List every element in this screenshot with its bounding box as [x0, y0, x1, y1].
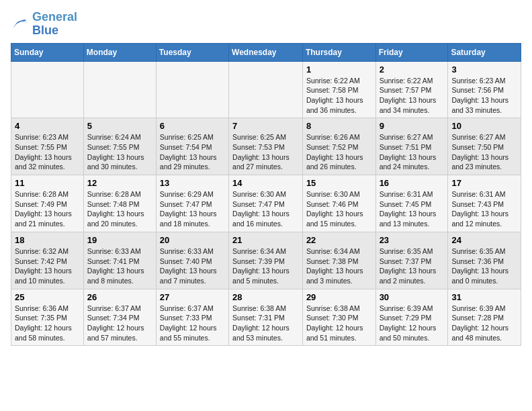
weekday-header: Tuesday: [156, 43, 228, 61]
calendar-cell: 10Sunrise: 6:27 AMSunset: 7:50 PMDayligh…: [448, 118, 521, 175]
day-number: 20: [160, 235, 225, 245]
day-number: 23: [380, 235, 445, 245]
day-info: Sunrise: 6:26 AMSunset: 7:52 PMDaylight:…: [306, 132, 372, 172]
day-info: Sunrise: 6:28 AMSunset: 7:49 PMDaylight:…: [15, 189, 80, 229]
calendar-cell: 12Sunrise: 6:28 AMSunset: 7:48 PMDayligh…: [83, 175, 156, 232]
day-number: 30: [380, 292, 445, 302]
day-number: 29: [306, 292, 372, 302]
day-number: 12: [87, 178, 152, 188]
calendar-week-row: 1Sunrise: 6:22 AMSunset: 7:58 PMDaylight…: [11, 61, 521, 118]
day-number: 18: [15, 235, 80, 245]
calendar-cell: 9Sunrise: 6:27 AMSunset: 7:51 PMDaylight…: [375, 118, 448, 175]
calendar-cell: 16Sunrise: 6:31 AMSunset: 7:45 PMDayligh…: [375, 175, 448, 232]
weekday-header: Friday: [375, 43, 448, 61]
calendar-cell: 15Sunrise: 6:30 AMSunset: 7:46 PMDayligh…: [302, 175, 375, 232]
calendar-cell: 20Sunrise: 6:33 AMSunset: 7:40 PMDayligh…: [156, 232, 228, 289]
day-info: Sunrise: 6:35 AMSunset: 7:36 PMDaylight:…: [451, 246, 517, 286]
day-info: Sunrise: 6:30 AMSunset: 7:46 PMDaylight:…: [306, 189, 372, 229]
day-info: Sunrise: 6:37 AMSunset: 7:33 PMDaylight:…: [160, 304, 225, 343]
calendar-header-row: SundayMondayTuesdayWednesdayThursdayFrid…: [11, 43, 521, 61]
day-info: Sunrise: 6:27 AMSunset: 7:51 PMDaylight:…: [380, 132, 445, 172]
day-info: Sunrise: 6:39 AMSunset: 7:29 PMDaylight:…: [380, 304, 445, 343]
day-number: 31: [451, 292, 517, 302]
calendar-cell: 26Sunrise: 6:37 AMSunset: 7:34 PMDayligh…: [83, 289, 156, 346]
calendar-cell: 29Sunrise: 6:38 AMSunset: 7:30 PMDayligh…: [302, 289, 375, 346]
calendar-cell: 13Sunrise: 6:29 AMSunset: 7:47 PMDayligh…: [156, 175, 228, 232]
calendar-cell: 31Sunrise: 6:39 AMSunset: 7:28 PMDayligh…: [448, 289, 521, 346]
day-number: 25: [15, 292, 80, 302]
day-number: 11: [15, 178, 80, 188]
calendar-cell: 6Sunrise: 6:25 AMSunset: 7:54 PMDaylight…: [156, 118, 228, 175]
logo: General Blue: [11, 11, 77, 38]
day-info: Sunrise: 6:31 AMSunset: 7:45 PMDaylight:…: [380, 189, 445, 229]
day-info: Sunrise: 6:23 AMSunset: 7:55 PMDaylight:…: [15, 132, 80, 172]
day-info: Sunrise: 6:35 AMSunset: 7:37 PMDaylight:…: [380, 246, 445, 286]
day-number: 2: [380, 64, 445, 75]
weekday-header: Sunday: [11, 43, 84, 61]
day-info: Sunrise: 6:36 AMSunset: 7:35 PMDaylight:…: [15, 304, 80, 343]
day-info: Sunrise: 6:38 AMSunset: 7:30 PMDaylight:…: [306, 304, 372, 343]
calendar-cell: [11, 61, 84, 118]
calendar-table: SundayMondayTuesdayWednesdayThursdayFrid…: [11, 43, 521, 347]
calendar-cell: 23Sunrise: 6:35 AMSunset: 7:37 PMDayligh…: [375, 232, 448, 289]
day-info: Sunrise: 6:33 AMSunset: 7:41 PMDaylight:…: [87, 246, 152, 286]
weekday-header: Saturday: [448, 43, 521, 61]
calendar-cell: 4Sunrise: 6:23 AMSunset: 7:55 PMDaylight…: [11, 118, 84, 175]
day-info: Sunrise: 6:24 AMSunset: 7:55 PMDaylight:…: [87, 132, 152, 172]
day-info: Sunrise: 6:34 AMSunset: 7:39 PMDaylight:…: [232, 246, 299, 286]
calendar-cell: 24Sunrise: 6:35 AMSunset: 7:36 PMDayligh…: [448, 232, 521, 289]
day-number: 22: [306, 235, 372, 245]
calendar-week-row: 4Sunrise: 6:23 AMSunset: 7:55 PMDaylight…: [11, 118, 521, 175]
calendar-week-row: 25Sunrise: 6:36 AMSunset: 7:35 PMDayligh…: [11, 289, 521, 346]
calendar-week-row: 11Sunrise: 6:28 AMSunset: 7:49 PMDayligh…: [11, 175, 521, 232]
calendar-cell: [83, 61, 156, 118]
day-info: Sunrise: 6:34 AMSunset: 7:38 PMDaylight:…: [306, 246, 372, 286]
day-number: 1: [306, 64, 372, 75]
day-info: Sunrise: 6:30 AMSunset: 7:47 PMDaylight:…: [232, 189, 299, 229]
weekday-header: Wednesday: [229, 43, 303, 61]
day-number: 15: [306, 178, 372, 188]
day-number: 6: [160, 121, 225, 131]
day-info: Sunrise: 6:32 AMSunset: 7:42 PMDaylight:…: [15, 246, 80, 286]
day-number: 13: [160, 178, 225, 188]
calendar-cell: 22Sunrise: 6:34 AMSunset: 7:38 PMDayligh…: [302, 232, 375, 289]
day-number: 27: [160, 292, 225, 302]
calendar-cell: 18Sunrise: 6:32 AMSunset: 7:42 PMDayligh…: [11, 232, 84, 289]
calendar-cell: 19Sunrise: 6:33 AMSunset: 7:41 PMDayligh…: [83, 232, 156, 289]
day-number: 16: [380, 178, 445, 188]
calendar-cell: 14Sunrise: 6:30 AMSunset: 7:47 PMDayligh…: [229, 175, 303, 232]
day-number: 19: [87, 235, 152, 245]
page-header: General Blue: [11, 11, 521, 38]
day-number: 4: [15, 121, 80, 131]
calendar-cell: 3Sunrise: 6:23 AMSunset: 7:56 PMDaylight…: [448, 61, 521, 118]
day-info: Sunrise: 6:29 AMSunset: 7:47 PMDaylight:…: [160, 189, 225, 229]
day-info: Sunrise: 6:28 AMSunset: 7:48 PMDaylight:…: [87, 189, 152, 229]
calendar-cell: 21Sunrise: 6:34 AMSunset: 7:39 PMDayligh…: [229, 232, 303, 289]
day-number: 24: [451, 235, 517, 245]
day-info: Sunrise: 6:38 AMSunset: 7:31 PMDaylight:…: [232, 304, 299, 343]
calendar-cell: 5Sunrise: 6:24 AMSunset: 7:55 PMDaylight…: [83, 118, 156, 175]
day-info: Sunrise: 6:23 AMSunset: 7:56 PMDaylight:…: [451, 76, 517, 116]
day-info: Sunrise: 6:27 AMSunset: 7:50 PMDaylight:…: [451, 132, 517, 172]
day-info: Sunrise: 6:33 AMSunset: 7:40 PMDaylight:…: [160, 246, 225, 286]
day-number: 10: [451, 121, 517, 131]
day-info: Sunrise: 6:22 AMSunset: 7:57 PMDaylight:…: [380, 76, 445, 116]
day-info: Sunrise: 6:22 AMSunset: 7:58 PMDaylight:…: [306, 76, 372, 116]
calendar-cell: 1Sunrise: 6:22 AMSunset: 7:58 PMDaylight…: [302, 61, 375, 118]
day-number: 3: [451, 64, 517, 75]
weekday-header: Thursday: [302, 43, 375, 61]
day-info: Sunrise: 6:25 AMSunset: 7:53 PMDaylight:…: [232, 132, 299, 172]
day-number: 21: [232, 235, 299, 245]
calendar-cell: 8Sunrise: 6:26 AMSunset: 7:52 PMDaylight…: [302, 118, 375, 175]
day-number: 26: [87, 292, 152, 302]
day-number: 9: [380, 121, 445, 131]
calendar-cell: 2Sunrise: 6:22 AMSunset: 7:57 PMDaylight…: [375, 61, 448, 118]
day-number: 28: [232, 292, 299, 302]
calendar-cell: [229, 61, 303, 118]
day-number: 17: [451, 178, 517, 188]
day-number: 5: [87, 121, 152, 131]
logo-text: General Blue: [32, 11, 77, 38]
calendar-cell: 30Sunrise: 6:39 AMSunset: 7:29 PMDayligh…: [375, 289, 448, 346]
day-info: Sunrise: 6:37 AMSunset: 7:34 PMDaylight:…: [87, 304, 152, 343]
day-info: Sunrise: 6:39 AMSunset: 7:28 PMDaylight:…: [451, 304, 517, 343]
